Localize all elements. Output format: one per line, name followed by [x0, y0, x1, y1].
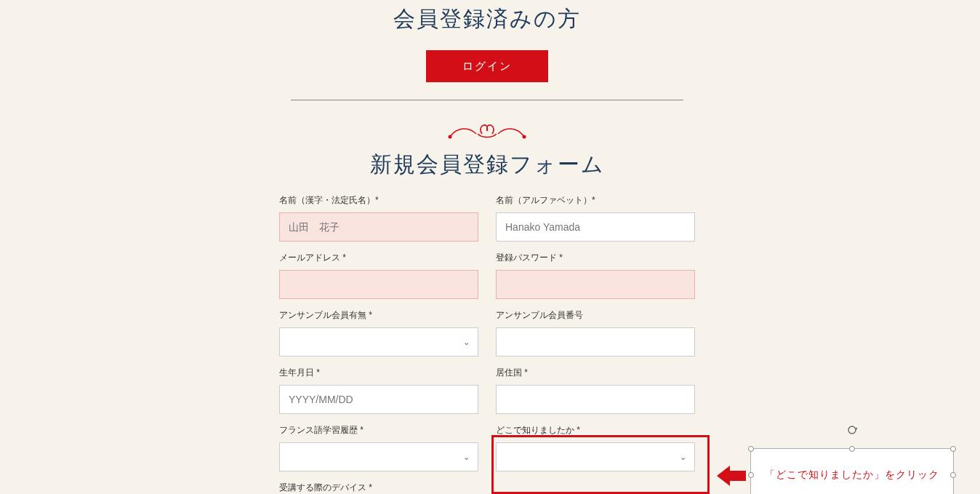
field-country: 居住国 *	[496, 367, 695, 414]
label-email: メールアドレス *	[279, 252, 478, 264]
login-button[interactable]: ログイン	[426, 50, 548, 82]
input-name-alpha[interactable]	[496, 212, 695, 242]
field-password: 登録パスワード *	[496, 252, 695, 299]
existing-member-title: 会員登録済みの方	[276, 0, 698, 34]
label-name-alpha: 名前（アルファベット）*	[496, 194, 695, 207]
resize-handle[interactable]	[748, 446, 754, 452]
svg-point-0	[449, 135, 452, 139]
label-country: 居住国 *	[496, 367, 695, 379]
label-name-kanji: 名前（漢字・法定氏名）*	[279, 194, 478, 207]
field-birthdate: 生年月日 *	[279, 367, 478, 414]
resize-handle[interactable]	[950, 446, 956, 452]
label-french-history: フランス語学習履歴 *	[279, 424, 478, 437]
field-ensemble-member: アンサンブル会員有無 * ⌄	[279, 309, 478, 356]
input-birthdate[interactable]	[279, 385, 478, 414]
input-name-kanji[interactable]	[279, 212, 478, 242]
field-device: 受講する際のデバイス *	[279, 482, 478, 494]
input-country[interactable]	[496, 385, 695, 414]
field-french-history: フランス語学習履歴 * ⌄	[279, 424, 478, 471]
section-divider	[291, 100, 683, 100]
select-how-found[interactable]	[496, 442, 695, 471]
svg-point-1	[523, 135, 526, 139]
annotation-callout-text: 「どこで知りましたか」をクリック	[765, 469, 939, 482]
annotation-arrow-left-icon	[717, 464, 746, 487]
ornament-icon	[276, 118, 698, 144]
select-ensemble-member[interactable]	[279, 327, 478, 356]
select-french-history[interactable]	[279, 442, 478, 471]
input-email[interactable]	[279, 270, 478, 299]
label-ensemble-number: アンサンブル会員番号	[496, 309, 695, 322]
registration-title: 新規会員登録フォーム	[276, 150, 698, 180]
label-how-found: どこで知りましたか *	[496, 424, 695, 437]
resize-handle[interactable]	[748, 472, 754, 478]
annotation-callout[interactable]: 「どこで知りましたか」をクリック	[750, 448, 954, 494]
form-container: 会員登録済みの方 ログイン 新規会員登録フォーム 名前（漢字・法定氏名）* 名前…	[262, 0, 712, 494]
svg-marker-2	[717, 466, 746, 486]
field-name-kanji: 名前（漢字・法定氏名）*	[279, 194, 478, 242]
svg-point-3	[848, 426, 856, 434]
resize-handle[interactable]	[950, 472, 956, 478]
form-grid: 名前（漢字・法定氏名）* 名前（アルファベット）* メールアドレス * 登録パス…	[276, 194, 698, 494]
input-ensemble-number[interactable]	[496, 327, 695, 356]
input-password[interactable]	[496, 270, 695, 299]
rotate-handle-icon[interactable]	[846, 424, 858, 436]
label-ensemble-member: アンサンブル会員有無 *	[279, 309, 478, 322]
field-ensemble-number: アンサンブル会員番号	[496, 309, 695, 356]
field-email: メールアドレス *	[279, 252, 478, 299]
field-how-found: どこで知りましたか * ⌄	[496, 424, 695, 471]
label-device: 受講する際のデバイス *	[279, 482, 478, 494]
label-birthdate: 生年月日 *	[279, 367, 478, 379]
field-name-alpha: 名前（アルファベット）*	[496, 194, 695, 242]
label-password: 登録パスワード *	[496, 252, 695, 264]
resize-handle[interactable]	[849, 446, 855, 452]
